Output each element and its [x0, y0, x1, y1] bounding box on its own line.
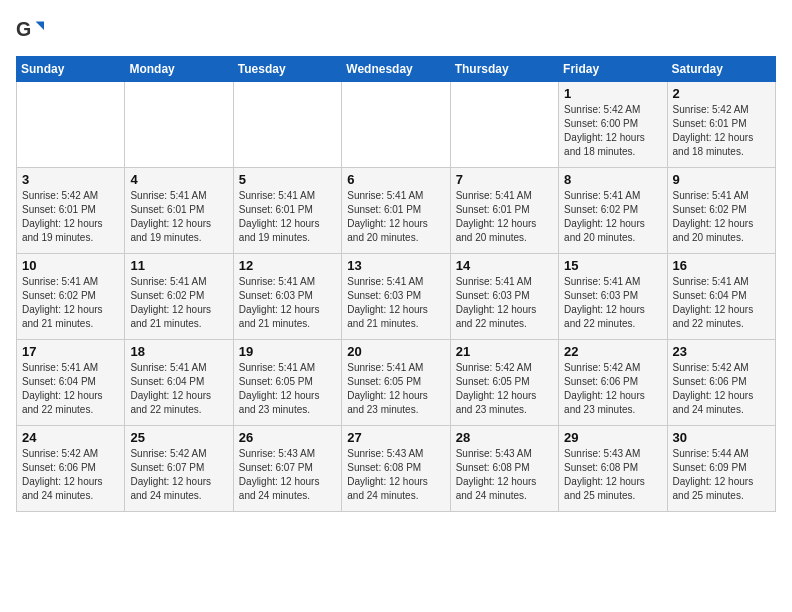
calendar-cell: 25Sunrise: 5:42 AM Sunset: 6:07 PM Dayli… — [125, 426, 233, 512]
day-info: Sunrise: 5:41 AM Sunset: 6:05 PM Dayligh… — [239, 361, 336, 417]
day-number: 30 — [673, 430, 770, 445]
day-number: 23 — [673, 344, 770, 359]
day-number: 27 — [347, 430, 444, 445]
calendar-cell: 12Sunrise: 5:41 AM Sunset: 6:03 PM Dayli… — [233, 254, 341, 340]
calendar-cell — [233, 82, 341, 168]
weekday-header: Monday — [125, 57, 233, 82]
weekday-header: Wednesday — [342, 57, 450, 82]
day-number: 14 — [456, 258, 553, 273]
day-number: 4 — [130, 172, 227, 187]
day-number: 24 — [22, 430, 119, 445]
weekday-header: Friday — [559, 57, 667, 82]
day-info: Sunrise: 5:42 AM Sunset: 6:01 PM Dayligh… — [22, 189, 119, 245]
day-info: Sunrise: 5:41 AM Sunset: 6:03 PM Dayligh… — [347, 275, 444, 331]
calendar-cell — [17, 82, 125, 168]
calendar-cell — [125, 82, 233, 168]
calendar-week-row: 17Sunrise: 5:41 AM Sunset: 6:04 PM Dayli… — [17, 340, 776, 426]
day-number: 5 — [239, 172, 336, 187]
day-info: Sunrise: 5:42 AM Sunset: 6:06 PM Dayligh… — [22, 447, 119, 503]
day-info: Sunrise: 5:41 AM Sunset: 6:01 PM Dayligh… — [456, 189, 553, 245]
calendar-cell: 18Sunrise: 5:41 AM Sunset: 6:04 PM Dayli… — [125, 340, 233, 426]
day-number: 20 — [347, 344, 444, 359]
day-number: 3 — [22, 172, 119, 187]
logo: G — [16, 16, 48, 44]
day-info: Sunrise: 5:41 AM Sunset: 6:01 PM Dayligh… — [347, 189, 444, 245]
weekday-header: Tuesday — [233, 57, 341, 82]
calendar-cell: 5Sunrise: 5:41 AM Sunset: 6:01 PM Daylig… — [233, 168, 341, 254]
calendar-cell: 26Sunrise: 5:43 AM Sunset: 6:07 PM Dayli… — [233, 426, 341, 512]
day-info: Sunrise: 5:41 AM Sunset: 6:03 PM Dayligh… — [456, 275, 553, 331]
day-number: 7 — [456, 172, 553, 187]
logo-icon: G — [16, 16, 44, 44]
day-info: Sunrise: 5:41 AM Sunset: 6:02 PM Dayligh… — [564, 189, 661, 245]
day-number: 11 — [130, 258, 227, 273]
calendar-cell: 17Sunrise: 5:41 AM Sunset: 6:04 PM Dayli… — [17, 340, 125, 426]
day-info: Sunrise: 5:41 AM Sunset: 6:02 PM Dayligh… — [22, 275, 119, 331]
calendar-cell: 13Sunrise: 5:41 AM Sunset: 6:03 PM Dayli… — [342, 254, 450, 340]
calendar-cell: 16Sunrise: 5:41 AM Sunset: 6:04 PM Dayli… — [667, 254, 775, 340]
calendar-cell: 11Sunrise: 5:41 AM Sunset: 6:02 PM Dayli… — [125, 254, 233, 340]
day-info: Sunrise: 5:41 AM Sunset: 6:03 PM Dayligh… — [239, 275, 336, 331]
day-number: 28 — [456, 430, 553, 445]
calendar-cell: 27Sunrise: 5:43 AM Sunset: 6:08 PM Dayli… — [342, 426, 450, 512]
day-number: 18 — [130, 344, 227, 359]
day-number: 15 — [564, 258, 661, 273]
calendar-cell: 15Sunrise: 5:41 AM Sunset: 6:03 PM Dayli… — [559, 254, 667, 340]
svg-marker-1 — [36, 22, 44, 30]
calendar-cell: 1Sunrise: 5:42 AM Sunset: 6:00 PM Daylig… — [559, 82, 667, 168]
calendar-cell: 21Sunrise: 5:42 AM Sunset: 6:05 PM Dayli… — [450, 340, 558, 426]
day-number: 6 — [347, 172, 444, 187]
calendar-table: SundayMondayTuesdayWednesdayThursdayFrid… — [16, 56, 776, 512]
calendar-cell — [450, 82, 558, 168]
calendar-cell: 29Sunrise: 5:43 AM Sunset: 6:08 PM Dayli… — [559, 426, 667, 512]
calendar-cell: 4Sunrise: 5:41 AM Sunset: 6:01 PM Daylig… — [125, 168, 233, 254]
day-number: 2 — [673, 86, 770, 101]
calendar-cell — [342, 82, 450, 168]
calendar-cell: 10Sunrise: 5:41 AM Sunset: 6:02 PM Dayli… — [17, 254, 125, 340]
calendar-cell: 14Sunrise: 5:41 AM Sunset: 6:03 PM Dayli… — [450, 254, 558, 340]
calendar-cell: 23Sunrise: 5:42 AM Sunset: 6:06 PM Dayli… — [667, 340, 775, 426]
day-info: Sunrise: 5:43 AM Sunset: 6:08 PM Dayligh… — [564, 447, 661, 503]
day-info: Sunrise: 5:43 AM Sunset: 6:08 PM Dayligh… — [456, 447, 553, 503]
calendar-cell: 19Sunrise: 5:41 AM Sunset: 6:05 PM Dayli… — [233, 340, 341, 426]
day-info: Sunrise: 5:41 AM Sunset: 6:04 PM Dayligh… — [130, 361, 227, 417]
day-info: Sunrise: 5:42 AM Sunset: 6:00 PM Dayligh… — [564, 103, 661, 159]
day-number: 13 — [347, 258, 444, 273]
calendar-cell: 7Sunrise: 5:41 AM Sunset: 6:01 PM Daylig… — [450, 168, 558, 254]
header: G — [16, 16, 776, 44]
day-info: Sunrise: 5:41 AM Sunset: 6:01 PM Dayligh… — [239, 189, 336, 245]
calendar-week-row: 3Sunrise: 5:42 AM Sunset: 6:01 PM Daylig… — [17, 168, 776, 254]
calendar-cell: 2Sunrise: 5:42 AM Sunset: 6:01 PM Daylig… — [667, 82, 775, 168]
calendar-cell: 8Sunrise: 5:41 AM Sunset: 6:02 PM Daylig… — [559, 168, 667, 254]
day-number: 22 — [564, 344, 661, 359]
weekday-header-row: SundayMondayTuesdayWednesdayThursdayFrid… — [17, 57, 776, 82]
day-info: Sunrise: 5:44 AM Sunset: 6:09 PM Dayligh… — [673, 447, 770, 503]
day-info: Sunrise: 5:41 AM Sunset: 6:02 PM Dayligh… — [130, 275, 227, 331]
day-number: 26 — [239, 430, 336, 445]
weekday-header: Saturday — [667, 57, 775, 82]
day-info: Sunrise: 5:42 AM Sunset: 6:05 PM Dayligh… — [456, 361, 553, 417]
calendar-cell: 3Sunrise: 5:42 AM Sunset: 6:01 PM Daylig… — [17, 168, 125, 254]
day-number: 21 — [456, 344, 553, 359]
day-number: 1 — [564, 86, 661, 101]
day-info: Sunrise: 5:41 AM Sunset: 6:02 PM Dayligh… — [673, 189, 770, 245]
weekday-header: Sunday — [17, 57, 125, 82]
day-info: Sunrise: 5:42 AM Sunset: 6:06 PM Dayligh… — [564, 361, 661, 417]
day-number: 10 — [22, 258, 119, 273]
calendar-cell: 28Sunrise: 5:43 AM Sunset: 6:08 PM Dayli… — [450, 426, 558, 512]
calendar-week-row: 24Sunrise: 5:42 AM Sunset: 6:06 PM Dayli… — [17, 426, 776, 512]
calendar-cell: 24Sunrise: 5:42 AM Sunset: 6:06 PM Dayli… — [17, 426, 125, 512]
calendar-cell: 22Sunrise: 5:42 AM Sunset: 6:06 PM Dayli… — [559, 340, 667, 426]
day-info: Sunrise: 5:42 AM Sunset: 6:01 PM Dayligh… — [673, 103, 770, 159]
day-info: Sunrise: 5:41 AM Sunset: 6:03 PM Dayligh… — [564, 275, 661, 331]
day-info: Sunrise: 5:42 AM Sunset: 6:07 PM Dayligh… — [130, 447, 227, 503]
calendar-cell: 9Sunrise: 5:41 AM Sunset: 6:02 PM Daylig… — [667, 168, 775, 254]
day-number: 12 — [239, 258, 336, 273]
svg-text:G: G — [16, 18, 31, 40]
calendar-week-row: 1Sunrise: 5:42 AM Sunset: 6:00 PM Daylig… — [17, 82, 776, 168]
day-info: Sunrise: 5:41 AM Sunset: 6:04 PM Dayligh… — [22, 361, 119, 417]
day-info: Sunrise: 5:43 AM Sunset: 6:08 PM Dayligh… — [347, 447, 444, 503]
day-info: Sunrise: 5:41 AM Sunset: 6:01 PM Dayligh… — [130, 189, 227, 245]
day-info: Sunrise: 5:41 AM Sunset: 6:04 PM Dayligh… — [673, 275, 770, 331]
day-number: 19 — [239, 344, 336, 359]
